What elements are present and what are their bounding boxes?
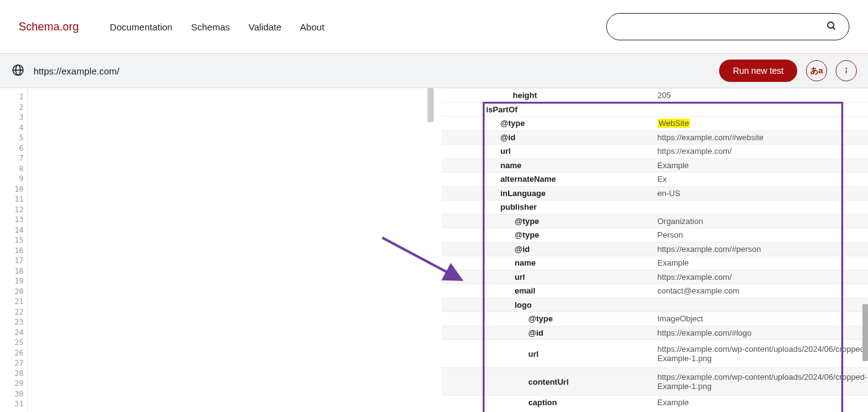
tested-url: https://example.com/ [34,66,119,76]
editor-scrollbar[interactable] [427,88,434,122]
toolbar: https://example.com/ Run new test あa [0,54,868,88]
globe-icon [11,63,25,79]
run-new-test-button[interactable]: Run new test [719,60,797,82]
property-key: caption [442,398,557,407]
property-value: 205 [651,91,869,100]
property-value: Example [651,398,869,407]
property-key: name [442,258,536,267]
result-row: nameExample [442,158,869,172]
svg-point-5 [846,68,847,69]
property-key: email [442,286,535,295]
result-row: inLanguageen-US [442,186,869,200]
nav-item-schemas[interactable]: Schemas [191,22,230,32]
nav-item-validate[interactable]: Validate [249,22,282,32]
line-gutter: 1 2 3 4 5 6 7 8 9 10 11 12 13 14 15 16 1… [0,88,28,412]
result-row: captionExample [442,395,869,410]
property-key: isPartOf [442,105,518,114]
info-button[interactable] [836,60,857,81]
result-row: emailcontact@example.com [442,284,869,298]
result-row: urlhttps://example.com/ [442,270,869,284]
result-row: alternateNameEx [442,172,869,186]
property-key: url [442,272,526,282]
result-row: logo [442,298,869,312]
property-value: https://example.com/#person [651,244,869,254]
property-key: inLanguage [442,189,546,198]
result-row: isPartOf [442,102,869,117]
brand-logo[interactable]: Schema.org [19,20,79,34]
result-row: @typeImageObject [442,311,869,326]
svg-line-1 [833,27,835,30]
property-value: WebSite [651,119,869,128]
property-key: @type [442,314,553,323]
result-row: urlhttps://example.com/wp-content/upload… [442,339,869,367]
property-value: Ex [651,174,869,184]
results-table: height205isPartOf@typeWebSite@idhttps://… [442,88,869,410]
property-key: logo [442,300,532,310]
search-icon[interactable] [826,20,837,34]
result-row: nameExample [442,256,869,270]
property-value: https://example.com/ [651,146,869,156]
nav: DocumentationSchemasValidateAbout [110,22,324,32]
property-value: https://example.com/ [651,272,869,282]
property-key: name [442,161,522,170]
property-key: @id [442,244,530,254]
property-key: contentUrl [442,377,569,387]
result-row: height205 [442,88,869,102]
result-row: @typeOrganization [442,214,869,228]
property-value: ImageObject [651,314,869,323]
result-row: publisher [442,200,869,214]
property-key: @type [442,217,539,226]
nav-item-about[interactable]: About [300,22,324,32]
language-button[interactable]: あa [806,60,827,81]
nav-item-documentation[interactable]: Documentation [110,22,172,32]
result-row: @idhttps://example.com/#website [442,130,869,145]
property-key: @id [442,133,516,142]
property-value: contact@example.com [651,286,869,295]
main: 1 2 3 4 5 6 7 8 9 10 11 12 13 14 15 16 1… [0,88,868,412]
property-value: Organization [651,217,869,226]
search-wrap [606,13,849,40]
property-value: Example [651,161,869,170]
result-row: @idhttps://example.com/#person [442,242,869,256]
property-key: @id [442,328,544,338]
property-key: @type [442,230,539,240]
results-pane: height205isPartOf@typeWebSite@idhttps://… [434,88,869,412]
property-key: height [442,91,537,100]
result-row: urlhttps://example.com/ [442,144,869,158]
property-key: alternateName [442,174,557,184]
property-key: url [442,146,511,156]
property-value: https://example.com/wp-content/uploads/2… [651,344,869,363]
property-value: https://example.com/wp-content/uploads/2… [651,372,869,391]
property-key: url [442,349,539,359]
property-value: Person [651,230,869,240]
page-scrollbar[interactable] [862,304,868,361]
result-row: @typeWebSite [442,116,869,130]
property-value: Example [651,258,869,267]
property-key: publisher [442,202,537,212]
property-value: https://example.com/#website [651,133,869,142]
search-input[interactable] [606,13,849,40]
result-row: @idhttps://example.com/#logo [442,326,869,340]
property-value: https://example.com/#logo [651,328,869,338]
result-row: @typePerson [442,228,869,242]
svg-point-0 [828,22,834,29]
property-value: en-US [651,189,869,198]
code-editor-pane: 1 2 3 4 5 6 7 8 9 10 11 12 13 14 15 16 1… [0,88,434,412]
property-key: @type [442,119,525,128]
code-editor[interactable] [28,88,434,412]
header: Schema.org DocumentationSchemasValidateA… [0,0,868,54]
result-row: contentUrlhttps://example.com/wp-content… [442,367,869,395]
